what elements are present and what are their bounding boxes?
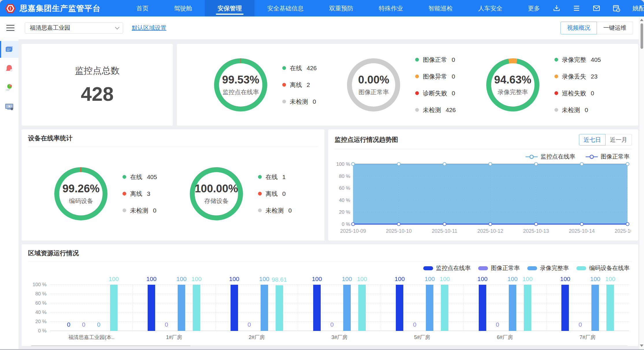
bar-group: 100010098.61 [216,285,298,331]
download-icon[interactable] [553,4,561,12]
legend-item: 离线2 [282,81,317,89]
bar-value-label: 100 [590,275,600,282]
bar [479,285,486,331]
legend-value: 0 [313,98,316,105]
legend-name: 在线 [130,173,142,181]
vertical-scrollbar[interactable] [639,16,644,349]
video-overview-button[interactable]: 视频概况 [561,22,597,34]
y-axis-tick: 80 % [29,291,47,297]
svg-text:2025-10-09: 2025-10-09 [340,228,366,234]
svg-text:40 %: 40 % [339,198,350,203]
nav-item-首页[interactable]: 首页 [124,0,161,16]
range-7d-button[interactable]: 近七日 [579,134,606,146]
main-nav: 首页驾驶舱安保管理安全基础信息双重预防特殊作业智能巡检人车安全更多 [124,0,553,16]
sidebar-item-monitor[interactable] [0,41,18,58]
bar-slot: 100 [261,285,268,331]
y-axis-tick: 100 % [29,282,47,288]
horizontal-scrollbar-thumb[interactable] [30,346,192,346]
schedule-icon[interactable] [613,4,620,12]
region-legend-item[interactable]: 编码设备在线率 [576,264,630,272]
bar-value-label: 100 [146,275,157,282]
scroll-up-arrow-icon[interactable] [640,19,643,21]
region-legend-item[interactable]: 录像完整率 [527,264,569,272]
legend-value: 426 [307,65,317,72]
nav-item-双重预防[interactable]: 双重预防 [316,0,366,16]
y-axis-tick: 20 % [29,319,47,325]
bar-value-label: 100 [522,275,532,282]
svg-text:2025-10-11: 2025-10-11 [432,228,457,234]
sidebar-item-video[interactable] [0,98,18,115]
donut-center: 94.63%录像完整率 [491,63,534,107]
bar-slot: 100 [426,285,433,331]
bar-value-label: 100 [605,275,615,282]
one-click-ops-button[interactable]: 一键运维 [597,22,633,34]
legend-item: 录像丢失23 [554,72,601,81]
sidebar-item-report[interactable] [0,79,18,96]
legend-value: 1 [282,174,286,180]
legend-dot-icon [554,75,558,78]
bar [276,285,283,331]
donut-legend: 图像正常0图像异常0诊断失败0未检测426 [415,56,456,114]
legend-dot-icon [123,208,126,212]
brand: 思嘉集团生产监管平台 [5,0,101,16]
bar-group: 1000100100 [133,285,215,331]
donut-center: 99.26%编码设备 [59,172,103,215]
region-select[interactable]: 福清思嘉工业园 [25,23,123,33]
legend-swatch-icon [576,266,586,270]
region-legend-label: 录像完整率 [540,264,569,272]
legend-value: 3 [147,190,150,197]
legend-item: 未检测426 [415,106,456,114]
legend-name: 录像完整 [562,56,586,64]
bar-value-label: 98.61 [272,276,287,283]
nav-item-人车安全[interactable]: 人车安全 [465,0,515,16]
bar [193,285,200,331]
legend-dot-icon [415,58,419,62]
mail-icon[interactable] [593,4,600,12]
y-axis-tick: 0 % [29,328,47,334]
video-screen-icon [4,102,14,111]
legend-value: 0 [452,73,455,80]
region-legend-label: 监控点在线率 [436,264,471,272]
range-1m-button[interactable]: 近一月 [606,134,632,146]
scroll-down-arrow-icon[interactable] [640,345,643,347]
list-icon[interactable] [573,4,580,12]
trend-legend-item[interactable]: 监控点在线率 [525,153,575,161]
nav-item-特殊作业[interactable]: 特殊作业 [366,0,416,16]
legend-dot-icon [554,91,558,95]
top-navbar: 思嘉集团生产监管平台 首页驾驶舱安保管理安全基础信息双重预防特殊作业智能巡检人车… [0,0,644,16]
region-legend-item[interactable]: 监控点在线率 [423,264,471,272]
bar [396,285,403,331]
bar-group: 1000100100 [464,285,546,331]
nav-item-安全基础信息[interactable]: 安全基础信息 [255,0,316,16]
trend-legend-item[interactable]: 图像正常率 [585,153,630,161]
user-menu[interactable]: 姚配剑 [632,4,644,13]
bar-slot: 98.61 [276,285,283,331]
bar-slot: 100 [110,285,118,331]
bar-group: 000100 [50,285,133,331]
default-region-link[interactable]: 默认区域设置 [132,24,166,32]
svg-text:2025-10-15: 2025-10-15 [615,228,631,234]
bar [231,285,238,331]
donut-chart: 100.00%存储设备 [190,167,243,220]
trend-chart: 0 %20 %40 %60 %80 %100 %2025-10-092025-1… [328,161,638,238]
legend-item: 未检测0 [554,106,601,114]
sidebar-item-alarm[interactable] [0,60,18,77]
vertical-scrollbar-thumb[interactable] [641,23,643,49]
horizontal-scrollbar[interactable] [30,345,629,346]
legend-dot-icon [415,91,419,95]
collapse-menu-icon[interactable] [6,23,14,33]
legend-item: 在线426 [282,64,317,72]
legend-value: 0 [452,90,455,97]
bar [561,285,569,331]
toolbar: 福清思嘉工业园 默认区域设置 视频概况 一键运维 [0,16,644,39]
legend-value: 405 [591,56,601,63]
nav-item-更多[interactable]: 更多 [515,0,553,16]
bar-slot: 100 [591,285,599,331]
nav-item-驾驶舱[interactable]: 驾驶舱 [161,0,205,16]
nav-item-安保管理[interactable]: 安保管理 [205,0,255,16]
bar-value-label: 100 [395,275,405,282]
legend-swatch-icon [423,266,433,270]
nav-item-智能巡检[interactable]: 智能巡检 [416,0,465,16]
legend-value: 405 [147,174,157,180]
region-legend-item[interactable]: 图像正常率 [478,264,520,272]
